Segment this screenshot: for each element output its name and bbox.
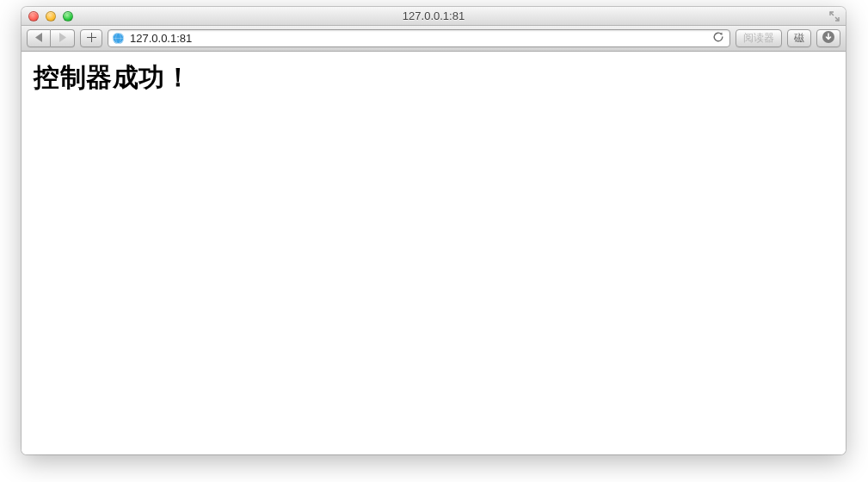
new-tab-button[interactable]	[80, 29, 102, 47]
titlebar: 127.0.0.1:81	[22, 7, 846, 26]
page-viewport[interactable]: 控制器成功！	[22, 52, 846, 454]
plus-icon	[87, 33, 96, 45]
reload-button[interactable]	[711, 31, 726, 46]
forward-icon	[58, 33, 66, 45]
back-icon	[35, 33, 43, 45]
reader-label: 阅读器	[743, 31, 774, 46]
bookmark-label: 磁	[794, 31, 804, 46]
reader-button[interactable]: 阅读器	[736, 29, 782, 47]
address-input[interactable]	[130, 30, 705, 46]
nav-group	[27, 29, 75, 47]
download-icon	[822, 30, 835, 46]
site-icon	[112, 32, 125, 45]
page-heading: 控制器成功！	[34, 60, 834, 96]
address-bar	[108, 29, 730, 47]
minimize-button[interactable]	[46, 11, 56, 22]
back-button[interactable]	[27, 29, 51, 47]
window-title: 127.0.0.1:81	[22, 9, 846, 22]
bookmark-button[interactable]: 磁	[787, 29, 811, 47]
forward-button[interactable]	[51, 29, 75, 47]
fullscreen-icon[interactable]	[828, 10, 840, 22]
traffic-lights	[28, 11, 73, 22]
toolbar: 阅读器 磁	[22, 26, 846, 52]
close-button[interactable]	[28, 11, 39, 22]
reload-icon	[712, 31, 724, 46]
zoom-button[interactable]	[63, 11, 73, 22]
browser-window: 127.0.0.1:81	[22, 7, 846, 454]
downloads-button[interactable]	[816, 29, 840, 47]
